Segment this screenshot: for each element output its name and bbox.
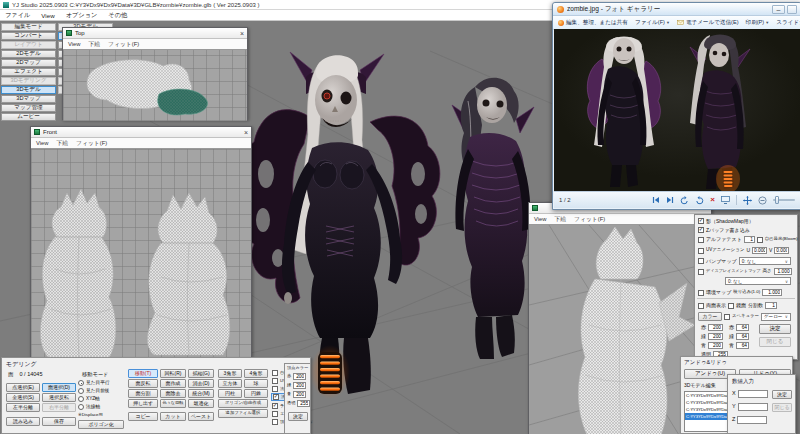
underlay-menu[interactable]: 下絵 — [554, 215, 566, 224]
alpha-test-checkbox[interactable] — [698, 237, 704, 243]
top-view-titlebar[interactable]: Top × — [63, 28, 247, 39]
sidebar-item-3d-model[interactable]: 3Dモデル — [1, 86, 56, 94]
tool-merge-button[interactable]: 統合(M) — [188, 389, 214, 398]
print-menu-button[interactable]: 印刷(P)▼ — [746, 19, 770, 27]
polygon-free-create-button[interactable]: ポリゴン/自由作成 — [218, 399, 268, 408]
photo-titlebar[interactable]: zombie.jpg - フォト ギャラリー – — [553, 3, 800, 16]
load-button[interactable]: 読み込み — [6, 417, 40, 426]
tool-scale-button[interactable]: 拡縮(G) — [188, 369, 214, 378]
prim-sphere-button[interactable]: 球 — [244, 379, 268, 388]
top-wireframe-blob-2[interactable] — [158, 89, 208, 115]
display-button[interactable] — [721, 196, 730, 204]
tool-rotate-button[interactable]: 回転(R) — [160, 369, 186, 378]
delete-button[interactable]: × — [710, 196, 715, 204]
light-checkbox[interactable]: ✓ — [272, 403, 278, 409]
shadow-checkbox[interactable]: ✓ — [698, 218, 704, 224]
share-button[interactable]: 編集、整理、または共有 — [558, 19, 628, 27]
menu-other[interactable]: その他 — [108, 11, 127, 20]
slideshow-button[interactable]: スライドショー(S) — [776, 19, 800, 27]
fit-menu[interactable]: フィット(F) — [574, 215, 605, 224]
underlay-menu[interactable]: 下絵 — [56, 139, 68, 148]
prim-triangle-button[interactable]: 3角形 — [218, 369, 242, 378]
numeric-ok-button[interactable]: 決定 — [772, 390, 792, 399]
spec-red-input[interactable] — [736, 324, 749, 331]
view-menu[interactable]: View — [534, 216, 546, 222]
uv-anim-checkbox[interactable] — [698, 248, 704, 254]
tool-move-button[interactable]: 移動(T) — [128, 369, 158, 378]
radio-xyz-axis[interactable] — [78, 396, 84, 402]
zoom-slider-thumb[interactable] — [775, 196, 779, 204]
menu-file[interactable]: ファイル — [5, 11, 30, 20]
reflect-input[interactable] — [762, 289, 782, 296]
paste-button[interactable]: ペースト — [188, 412, 214, 421]
close-icon[interactable]: × — [240, 30, 244, 37]
edge-checkbox[interactable] — [272, 411, 278, 417]
prim-cylinder-button[interactable]: 円柱 — [218, 389, 242, 398]
view-menu[interactable]: View — [68, 41, 80, 47]
vc-alpha-input[interactable] — [297, 400, 310, 407]
prim-cone-button[interactable]: 円錐 — [244, 389, 268, 398]
tool-flip-face-button[interactable]: 面反転 — [128, 379, 158, 388]
z-input[interactable] — [737, 416, 767, 424]
tool-various-rotate-button[interactable]: 色々な回転 — [160, 399, 186, 408]
polygonize-button[interactable]: ポリゴン化 — [78, 420, 124, 429]
copy-button[interactable]: コピー — [128, 412, 158, 421]
front-wireframe-figure-right[interactable] — [147, 193, 229, 355]
invert-selection-button[interactable]: 選択反転 — [42, 393, 76, 402]
sidebar-item-convert[interactable]: コンバート — [1, 32, 56, 40]
front-wireframe-figure-left[interactable] — [40, 189, 115, 358]
bump-map-checkbox[interactable] — [698, 258, 704, 264]
blue-input[interactable] — [708, 342, 723, 349]
y-input[interactable] — [738, 403, 768, 411]
next-button[interactable] — [666, 196, 674, 204]
vertex-color-mode-checkbox[interactable] — [272, 419, 278, 425]
cut-button[interactable]: カット — [160, 412, 186, 421]
vc-green-input[interactable] — [293, 382, 306, 389]
zoom-out-button[interactable] — [758, 196, 767, 205]
close-icon[interactable]: × — [244, 129, 248, 136]
mirror-checkbox[interactable] — [728, 303, 734, 309]
save-button[interactable]: 保存 — [42, 417, 76, 426]
select-all-button[interactable]: 全選択(S) — [6, 393, 40, 402]
sidebar-item-movie[interactable]: ムービー — [1, 113, 56, 121]
top-view-canvas[interactable] — [63, 50, 247, 121]
uv-auto-set-checkbox[interactable] — [272, 378, 278, 384]
radio-view-depth[interactable] — [78, 388, 84, 394]
radio-view-parallel[interactable] — [78, 380, 84, 386]
fit-menu[interactable]: フィット(F) — [108, 40, 139, 49]
add-file-select-button[interactable]: 追加ファイル選択 — [218, 409, 268, 418]
vc-red-input[interactable] — [293, 373, 306, 380]
divisions-input[interactable] — [765, 302, 777, 309]
height-input[interactable] — [774, 268, 792, 275]
specular-checkbox[interactable] — [724, 314, 730, 320]
sidebar-item-map-manage[interactable]: マップ管理 — [1, 104, 56, 112]
vc-blue-input[interactable] — [293, 391, 306, 398]
rotate-left-icon[interactable] — [680, 196, 689, 205]
view-menu[interactable]: View — [36, 140, 48, 146]
sidebar-item-2d-model[interactable]: 2Dモデル — [1, 50, 56, 58]
material-ok-button[interactable]: 決定 — [759, 324, 791, 334]
sidebar-item-2d-map[interactable]: 2Dマップ — [1, 59, 56, 67]
front-view-titlebar[interactable]: Front × — [31, 127, 251, 138]
sidebar-item-effect[interactable]: エフェクト — [1, 68, 56, 76]
face-select-button[interactable]: 面選択(D) — [42, 383, 76, 392]
spec-blue-input[interactable] — [736, 342, 749, 349]
color-button[interactable]: カラー — [698, 312, 722, 321]
red-input[interactable] — [708, 324, 723, 331]
env-map-checkbox[interactable] — [698, 290, 704, 296]
maximize-button[interactable] — [787, 5, 797, 14]
left-half-split-button[interactable]: 左半分離 — [6, 403, 40, 412]
tool-split-face-button[interactable]: 面分割 — [128, 389, 158, 398]
auto-select-checkbox[interactable] — [272, 370, 278, 376]
displacement-checkbox[interactable] — [698, 269, 704, 275]
u-input[interactable] — [752, 247, 767, 254]
zbuffer-checkbox[interactable]: ✓ — [698, 227, 704, 233]
zoom-slider[interactable] — [773, 199, 795, 201]
green-input[interactable] — [708, 333, 723, 340]
shading-select[interactable]: グーロー∨ — [761, 313, 791, 321]
file-menu-button[interactable]: ファイル(F)▼ — [635, 19, 670, 27]
email-button[interactable]: 電子メールで送信(E) — [677, 19, 739, 27]
prim-quad-button[interactable]: 4角形 — [244, 369, 268, 378]
point-select-button[interactable]: 点選択(E) — [6, 383, 40, 392]
v-input[interactable] — [774, 247, 789, 254]
